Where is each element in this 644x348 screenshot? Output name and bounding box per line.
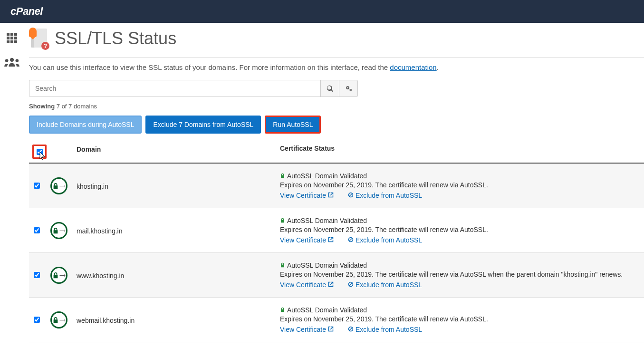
documentation-link[interactable]: documentation bbox=[390, 63, 436, 71]
ban-icon bbox=[348, 192, 354, 199]
nav-users-icon[interactable] bbox=[0, 52, 23, 71]
status-expiry: Expires on November 25, 2019. The certif… bbox=[280, 226, 644, 233]
ban-icon bbox=[348, 236, 354, 244]
page-header: ? SSL/TLS Status bbox=[29, 29, 644, 58]
view-certificate-link[interactable]: View Certificate bbox=[280, 281, 334, 289]
table-row: ⟶mail.khosting.in AutoSSL Domain Validat… bbox=[29, 208, 644, 253]
exclude-from-autossl-link[interactable]: Exclude from AutoSSL bbox=[348, 236, 422, 244]
exclude-from-autossl-link[interactable]: Exclude from AutoSSL bbox=[348, 326, 422, 333]
table-header: Domain Certificate Status bbox=[29, 140, 644, 164]
lock-icon bbox=[280, 172, 285, 180]
status-expiry: Expires on November 25, 2019. The certif… bbox=[280, 271, 644, 278]
domain-name: mail.khosting.in bbox=[77, 226, 280, 235]
exclude-domains-button[interactable]: Exclude 7 Domains from AutoSSL bbox=[145, 116, 261, 134]
svg-rect-0 bbox=[7, 33, 10, 36]
settings-button[interactable] bbox=[339, 80, 358, 97]
table-row: ⟶khosting.in AutoSSL Domain ValidatedExp… bbox=[29, 164, 644, 208]
domain-name: webmail.khosting.in bbox=[77, 316, 280, 324]
status-expiry: Expires on November 25, 2019. The certif… bbox=[280, 181, 644, 189]
select-all-highlight bbox=[32, 145, 47, 159]
view-certificate-link[interactable]: View Certificate bbox=[280, 236, 334, 244]
showing-count: Showing 7 of 7 domains bbox=[29, 103, 644, 110]
column-status: Certificate Status bbox=[280, 145, 644, 159]
gears-icon bbox=[345, 85, 352, 92]
search-icon bbox=[327, 85, 334, 92]
status-expiry: Expires on November 25, 2019. The certif… bbox=[280, 315, 644, 323]
ssl-cert-icon: ? bbox=[29, 29, 48, 48]
search-input[interactable] bbox=[29, 80, 321, 97]
row-checkbox[interactable] bbox=[34, 272, 40, 278]
view-certificate-link[interactable]: View Certificate bbox=[280, 192, 334, 199]
exclude-from-autossl-link[interactable]: Exclude from AutoSSL bbox=[348, 192, 422, 199]
nav-apps-icon[interactable] bbox=[0, 29, 23, 48]
domain-name: khosting.in bbox=[77, 182, 280, 190]
domain-name: www.khosting.in bbox=[77, 271, 280, 280]
cpanel-logo: cPanel bbox=[10, 5, 43, 18]
svg-rect-4 bbox=[10, 37, 13, 39]
svg-rect-1 bbox=[10, 33, 13, 36]
row-checkbox[interactable] bbox=[34, 183, 40, 189]
include-domains-button[interactable]: Include Domains during AutoSSL bbox=[29, 116, 142, 134]
column-domain: Domain bbox=[77, 145, 280, 159]
svg-rect-8 bbox=[14, 40, 17, 43]
search-bar bbox=[29, 80, 644, 97]
lock-icon bbox=[280, 261, 285, 269]
action-buttons: Include Domains during AutoSSL Exclude 7… bbox=[29, 116, 644, 134]
exclude-from-autossl-link[interactable]: Exclude from AutoSSL bbox=[348, 281, 422, 289]
row-checkbox[interactable] bbox=[34, 317, 40, 323]
run-autossl-button[interactable]: Run AutoSSL bbox=[265, 116, 321, 134]
lock-status-icon: ⟶ bbox=[50, 267, 67, 284]
page-title: SSL/TLS Status bbox=[55, 29, 176, 48]
domains-table: Domain Certificate Status ⟶khosting.in A… bbox=[29, 140, 644, 342]
row-checkbox[interactable] bbox=[34, 227, 40, 233]
intro-text: You can use this interface to view the S… bbox=[29, 63, 644, 71]
lock-status-icon: ⟶ bbox=[50, 311, 67, 329]
status-validated: AutoSSL Domain Validated bbox=[287, 172, 367, 180]
status-validated: AutoSSL Domain Validated bbox=[287, 306, 367, 314]
svg-rect-2 bbox=[14, 33, 17, 36]
table-row: ⟶webmail.khosting.in AutoSSL Domain Vali… bbox=[29, 298, 644, 342]
external-icon bbox=[328, 192, 334, 199]
svg-rect-5 bbox=[14, 37, 17, 39]
svg-point-9 bbox=[10, 58, 13, 62]
lock-icon bbox=[280, 306, 285, 314]
svg-rect-3 bbox=[7, 37, 10, 39]
status-validated: AutoSSL Domain Validated bbox=[287, 217, 367, 224]
svg-rect-7 bbox=[10, 40, 13, 43]
svg-rect-6 bbox=[7, 40, 10, 43]
svg-point-10 bbox=[5, 59, 8, 62]
status-validated: AutoSSL Domain Validated bbox=[287, 261, 367, 269]
ban-icon bbox=[348, 281, 354, 289]
side-nav bbox=[0, 23, 23, 348]
lock-icon bbox=[280, 217, 285, 224]
svg-point-11 bbox=[15, 59, 19, 62]
top-header: cPanel bbox=[0, 0, 644, 23]
external-icon bbox=[328, 281, 334, 289]
table-row: ⟶www.khosting.in AutoSSL Domain Validate… bbox=[29, 253, 644, 298]
lock-status-icon: ⟶ bbox=[50, 177, 67, 194]
search-button[interactable] bbox=[320, 80, 339, 97]
external-icon bbox=[328, 326, 334, 333]
select-all-checkbox[interactable] bbox=[37, 149, 43, 155]
external-icon bbox=[328, 236, 334, 244]
lock-status-icon: ⟶ bbox=[50, 222, 67, 239]
view-certificate-link[interactable]: View Certificate bbox=[280, 326, 334, 333]
ban-icon bbox=[348, 326, 354, 333]
